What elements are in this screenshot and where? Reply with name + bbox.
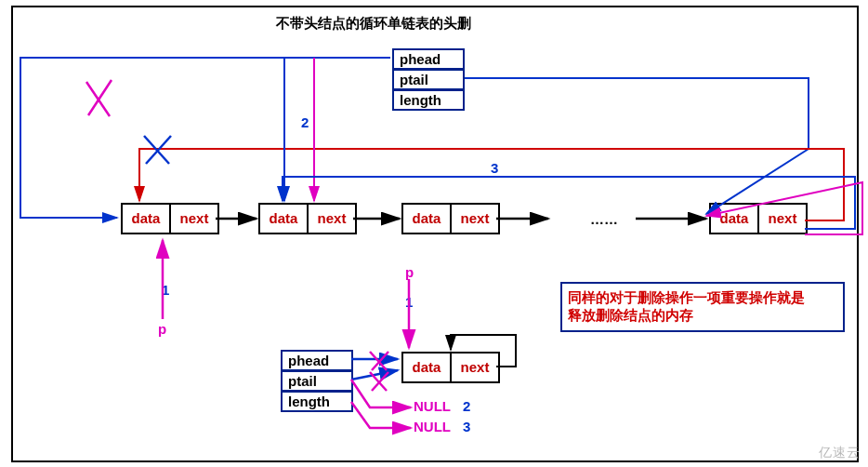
arrow-ptail-to-last bbox=[465, 78, 809, 214]
arrow-single-self-loop bbox=[451, 335, 516, 367]
svg-line-5 bbox=[372, 352, 388, 370]
svg-line-4 bbox=[370, 352, 387, 370]
arrow-phead-to-first bbox=[20, 58, 390, 218]
arrow-phead-to-second bbox=[284, 58, 390, 201]
svg-line-1 bbox=[88, 80, 112, 115]
arrow-step3-marker bbox=[706, 182, 862, 234]
arrows-layer bbox=[0, 0, 868, 467]
arrow-null-3 bbox=[351, 402, 411, 428]
